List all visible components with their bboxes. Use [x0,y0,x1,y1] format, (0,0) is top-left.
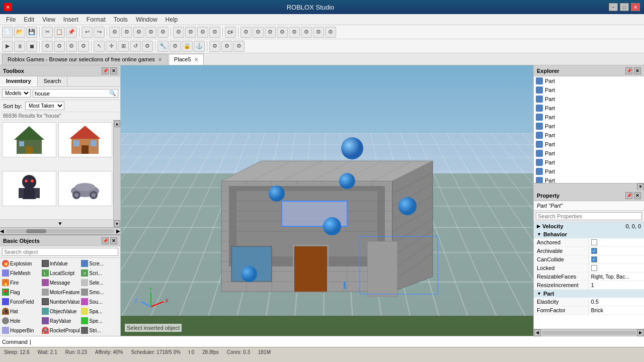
menu-help[interactable]: Help [162,15,182,24]
anchored-checkbox[interactable] [591,239,597,245]
close-button[interactable]: ✕ [631,3,640,11]
tool8[interactable]: ⚙ [197,27,208,38]
obj-hat[interactable]: 🎩 Hat [1,307,40,316]
tab-robloxgames-close[interactable]: ✕ [158,57,162,62]
obj-script[interactable]: S Scri... [80,268,119,278]
tool16[interactable]: ⚙ [313,27,324,38]
obj-screen[interactable]: Scre... [80,259,119,268]
obj-numbervalue[interactable]: NumberValue [41,297,80,306]
tool9[interactable]: ⚙ [209,27,220,38]
explorer-item-5[interactable]: Part [534,122,644,131]
run-tool2[interactable]: ⚙ [54,41,65,52]
tab-inventory[interactable]: Inventory [0,76,38,86]
obj-localscript[interactable]: L LocalScript [41,268,80,278]
command-input[interactable] [33,339,642,345]
tool12[interactable]: ⚙ [265,27,276,38]
obj-select[interactable]: Sele... [80,278,119,287]
hscroll-right[interactable]: ▶ [116,228,120,234]
cam-tool3[interactable]: ⚙ [233,41,245,52]
objects-pin[interactable]: 📌 [102,237,109,244]
objects-close[interactable]: ✕ [110,237,117,244]
tab-place5-close[interactable]: ✕ [194,57,198,62]
model-item-2[interactable] [2,171,56,206]
cf-button[interactable]: CF [225,27,236,38]
move-tool[interactable]: ✛ [106,41,117,52]
model-item-3[interactable] [58,171,113,206]
open-button[interactable]: 📂 [14,27,25,38]
undo-button[interactable]: ↩ [82,27,93,38]
tool6[interactable]: ⚙ [173,27,184,38]
transform-tool[interactable]: ⚙ [142,41,153,52]
rotate-tool[interactable]: ↺ [130,41,141,52]
tool7[interactable]: ⚙ [185,27,196,38]
obj-hopperbin[interactable]: HopperBin [1,326,40,335]
explorer-scroll-down[interactable]: ▼ [637,184,644,191]
menu-edit[interactable]: Edit [20,15,38,24]
tool14[interactable]: ⚙ [289,27,300,38]
minimize-button[interactable]: − [609,3,618,11]
obj-fire[interactable]: 🔥 Fire [1,278,40,287]
hscroll-left[interactable]: ◀ [0,228,4,234]
explorer-scrollbar[interactable]: ▼ [534,183,644,190]
explorer-item-3[interactable]: Part [534,104,644,113]
save-button[interactable]: 💾 [26,27,37,38]
explorer-pin[interactable]: 📌 [625,67,632,74]
obj-filemesh[interactable]: FileMesh [1,268,40,278]
explorer-item-11[interactable]: Part [534,176,644,183]
scroll-arrow-bottom[interactable]: ▼ [0,219,120,227]
menu-view[interactable]: View [38,15,59,24]
tab-search[interactable]: Search [38,76,68,86]
archivable-checkbox[interactable]: ✓ [591,248,597,254]
cam-tool2[interactable]: ⚙ [221,41,232,52]
tool10[interactable]: ⚙ [240,27,252,38]
obj-soun[interactable]: Sou... [80,297,119,306]
objects-search-input[interactable] [2,248,118,256]
obj-flag[interactable]: 🚩 Flag [1,288,40,297]
obj-explosion[interactable]: 💥 Explosion [1,259,40,268]
obj-message[interactable]: Message [41,278,80,287]
anchor-tool[interactable]: ⚓ [194,41,205,52]
pause-button[interactable]: ⏸ [14,41,25,52]
tab-place5[interactable]: Place5 ✕ [169,54,204,65]
explorer-item-9[interactable]: Part [534,158,644,167]
menu-format[interactable]: Format [83,15,110,24]
prop-section-velocity[interactable]: ▶ Velocity 0, 0, 0 [534,222,644,230]
tool4[interactable]: ⚙ [145,27,156,38]
obj-forcefield[interactable]: ForceField [1,297,40,306]
tool15[interactable]: ⚙ [301,27,312,38]
obj-stri[interactable]: Stri... [80,326,119,335]
paste-button[interactable]: 📌 [66,27,77,38]
scale-tool[interactable]: ⊞ [118,41,129,52]
tool2[interactable]: ⚙ [121,27,132,38]
prop-scroll-right[interactable]: ▶ [637,329,644,336]
property-close[interactable]: ✕ [634,192,641,199]
terrain-tool[interactable]: ⚙ [170,41,181,52]
left-hscroll[interactable]: ◀ ▶ [0,227,120,234]
viewport[interactable]: X Y Z Select inserted object [121,65,533,336]
new-button[interactable]: 📄 [2,27,13,38]
menu-file[interactable]: File [2,15,20,24]
obj-rocketpropulsion[interactable]: 🚀 RocketPropulsion [41,326,80,335]
explorer-item-6[interactable]: Part [534,131,644,140]
property-pin[interactable]: 📌 [625,192,632,199]
prop-section-part[interactable]: ▼ Part [534,290,644,298]
tab-robloxgames[interactable]: Roblox Games - Browse our selections of … [2,54,168,65]
tool13[interactable]: ⚙ [277,27,288,38]
toolbox-close[interactable]: ✕ [110,67,117,74]
menu-tools[interactable]: Tools [110,15,132,24]
model-item-1[interactable] [58,122,113,157]
tool1[interactable]: ⚙ [109,27,120,38]
search-button[interactable]: 🔍 [109,90,116,97]
scroll-down[interactable]: ▼ [114,220,120,227]
cam-tool1[interactable]: ⚙ [209,41,220,52]
search-type-select[interactable]: Models Decals Audio [2,89,31,98]
lock-tool[interactable]: 🔒 [182,41,193,52]
obj-intvalue[interactable]: IntValue [41,259,80,268]
obj-rayvalue[interactable]: RayValue [41,316,80,325]
obj-motorfeature[interactable]: MotorFeature [41,288,80,297]
explorer-item-1[interactable]: Part [534,85,644,95]
tool11[interactable]: ⚙ [253,27,264,38]
run-tool1[interactable]: ⚙ [42,41,53,52]
run-tool4[interactable]: ⚙ [78,41,89,52]
obj-smooth[interactable]: Smo... [80,288,119,297]
